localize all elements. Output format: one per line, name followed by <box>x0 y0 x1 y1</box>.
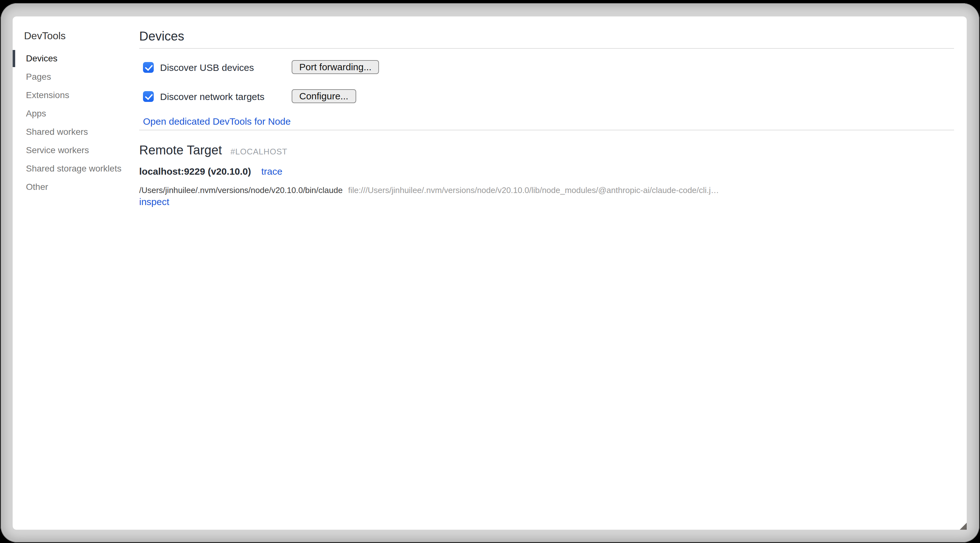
configure-button[interactable]: Configure... <box>292 89 356 103</box>
resize-grip[interactable] <box>960 523 967 530</box>
trace-link[interactable]: trace <box>261 166 283 177</box>
discover-network-row: Discover network targets Configure... <box>139 89 954 103</box>
discover-usb-row: Discover USB devices Port forwarding... <box>139 60 954 74</box>
sidebar-item-devices[interactable]: Devices <box>26 49 139 68</box>
sidebar-list: Devices Pages Extensions Apps Shared wor… <box>24 49 139 196</box>
divider <box>139 130 954 131</box>
remote-target-heading: Remote Target <box>139 143 222 157</box>
main-panel: Devices Discover USB devices Port forwar… <box>139 16 954 206</box>
remote-target-header: Remote Target #LOCALHOST <box>139 142 954 158</box>
target-path-row: /Users/jinhuilee/.nvm/versions/node/v20.… <box>139 186 954 195</box>
script-url: file:///Users/jinhuilee/.nvm/versions/no… <box>348 186 719 195</box>
discover-usb-label: Discover USB devices <box>160 62 254 72</box>
node-devtools-row: Open dedicated DevTools for Node <box>139 116 954 126</box>
page-title: Devices <box>139 29 954 44</box>
sidebar-item-shared-workers[interactable]: Shared workers <box>26 123 139 141</box>
process-path: /Users/jinhuilee/.nvm/versions/node/v20.… <box>139 186 343 195</box>
inspect-row: inspect <box>139 197 954 206</box>
inspect-link[interactable]: inspect <box>139 196 169 207</box>
discover-network-label: Discover network targets <box>160 91 264 102</box>
sidebar-item-apps[interactable]: Apps <box>26 104 139 123</box>
open-node-devtools-link[interactable]: Open dedicated DevTools for Node <box>143 116 291 127</box>
sidebar-item-shared-storage-worklets[interactable]: Shared storage worklets <box>26 159 139 178</box>
sidebar: DevTools Devices Pages Extensions Apps S… <box>13 16 139 530</box>
target-name: localhost:9229 (v20.10.0) <box>139 166 251 177</box>
discover-network-checkbox[interactable] <box>143 91 154 102</box>
sidebar-item-pages[interactable]: Pages <box>26 68 139 86</box>
inspect-page: DevTools Devices Pages Extensions Apps S… <box>13 16 967 530</box>
macos-window-frame: DevTools Devices Pages Extensions Apps S… <box>1 3 979 542</box>
screenshot-stage: DevTools Devices Pages Extensions Apps S… <box>0 0 980 543</box>
sidebar-item-service-workers[interactable]: Service workers <box>26 141 139 159</box>
sidebar-item-extensions[interactable]: Extensions <box>26 86 139 104</box>
localhost-tag: #LOCALHOST <box>231 147 288 156</box>
discover-usb-checkbox[interactable] <box>143 62 154 72</box>
target-row: localhost:9229 (v20.10.0) trace <box>139 166 954 177</box>
port-forwarding-button[interactable]: Port forwarding... <box>292 60 379 74</box>
divider <box>139 48 954 49</box>
devtools-title: DevTools <box>24 30 139 42</box>
sidebar-item-other[interactable]: Other <box>26 178 139 196</box>
